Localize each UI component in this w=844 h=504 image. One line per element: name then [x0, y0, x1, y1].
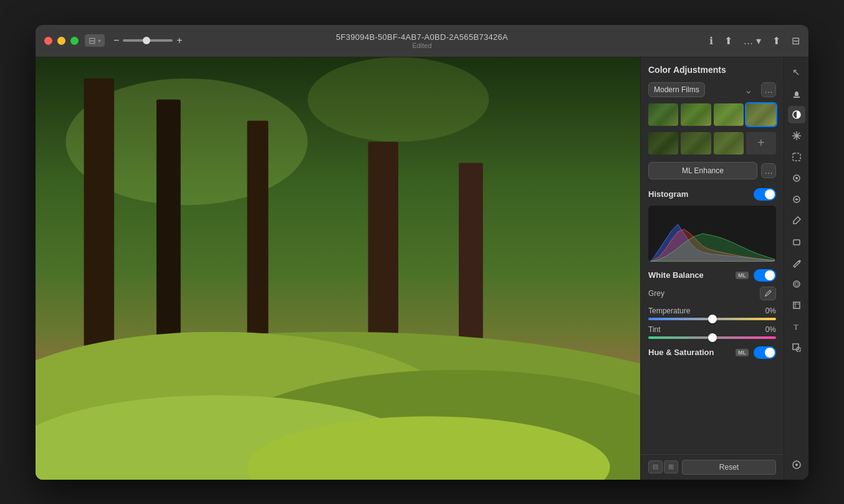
stamp-tool[interactable] [788, 85, 805, 102]
tint-slider-row: Tint 0% [648, 325, 776, 339]
fullscreen-button[interactable] [70, 37, 79, 45]
fill-tool[interactable] [788, 275, 805, 293]
zoom-slider[interactable] [123, 39, 173, 42]
ml-enhance-more-button[interactable]: … [761, 163, 776, 178]
thumbnail-4[interactable] [746, 103, 776, 126]
view-split-button[interactable]: ⊞ [664, 460, 678, 473]
magic-wand-tool[interactable] [788, 127, 805, 145]
add-thumbnail-button[interactable]: + [746, 132, 776, 155]
white-balance-ml-area: ML [736, 269, 776, 282]
thumbnails-row2: + [648, 132, 776, 155]
svg-rect-20 [793, 153, 800, 161]
zoom-plus-button[interactable]: + [176, 35, 182, 46]
title-bar: ⊟ ▾ − + 5F39094B-50BF-4AB7-A0BD-2A565B73… [36, 25, 808, 57]
brush-tool[interactable] [788, 212, 805, 229]
sidebar-toggle[interactable]: ⊟ ▾ [85, 34, 105, 47]
window-subtitle: Edited [336, 42, 508, 49]
thumbnails-row1 [648, 103, 776, 126]
thumbnail-7[interactable] [714, 132, 744, 155]
far-right-tools: ↖ [784, 57, 808, 480]
info-button[interactable]: ℹ [709, 35, 713, 47]
rotate-button[interactable]: ⬆ [724, 35, 732, 47]
thumbnail-1[interactable] [648, 103, 678, 126]
temperature-slider[interactable] [648, 318, 776, 320]
tint-value: 0% [765, 325, 776, 334]
title-center: 5F39094B-50BF-4AB7-A0BD-2A565B73426A Edi… [336, 32, 508, 49]
svg-rect-14 [795, 93, 798, 96]
more-button[interactable]: … ▾ [744, 35, 761, 47]
svg-rect-24 [794, 240, 800, 245]
tint-slider[interactable] [648, 336, 776, 339]
color-adjustments-panel: Color Adjustments Modern Films Classic F… [641, 57, 784, 454]
hue-saturation-ml-badge: ML [736, 349, 749, 356]
svg-rect-27 [794, 302, 800, 308]
ml-enhance-row: ML Enhance … [648, 162, 776, 179]
eraser-tool[interactable] [788, 233, 805, 250]
window-title: 5F39094B-50BF-4AB7-A0BD-2A565B73426A [336, 32, 508, 42]
white-balance-toggle[interactable] [754, 269, 776, 282]
text-tool[interactable]: T [788, 318, 805, 335]
svg-point-2 [308, 57, 489, 142]
view-toggle: ⊟ ⊞ [648, 460, 678, 473]
hue-saturation-toggle[interactable] [754, 346, 776, 359]
pencil-tool[interactable] [788, 254, 805, 272]
right-panel: Color Adjustments Modern Films Classic F… [640, 57, 784, 480]
thumbnail-3[interactable] [714, 103, 744, 126]
histogram-display [648, 206, 776, 262]
eyedropper-button[interactable] [760, 287, 776, 300]
zoom-minus-button[interactable]: − [113, 35, 119, 46]
tint-label-row: Tint 0% [648, 325, 776, 334]
minimize-button[interactable] [57, 37, 65, 45]
white-balance-section: White Balance ML Grey [648, 269, 776, 339]
lasso-tool[interactable] [788, 148, 805, 166]
white-balance-label: White Balance [648, 270, 704, 280]
thumbnail-2[interactable] [681, 103, 711, 126]
svg-point-13 [765, 295, 766, 297]
color-adjust-tool[interactable] [788, 106, 805, 123]
bottom-action-tool[interactable] [788, 456, 805, 473]
temperature-label: Temperature [648, 307, 690, 315]
temperature-label-row: Temperature 0% [648, 307, 776, 315]
thumbnail-6[interactable] [681, 132, 711, 155]
svg-rect-29 [793, 344, 798, 349]
photo-display [36, 57, 640, 480]
traffic-lights [44, 37, 79, 45]
histogram-toggle[interactable] [754, 188, 776, 201]
zoom-controls: − + [113, 35, 183, 46]
magic-select-tool[interactable] [788, 169, 805, 187]
grey-row: Grey [648, 287, 776, 300]
layout-button[interactable]: ⊟ [792, 35, 800, 47]
close-button[interactable] [44, 37, 52, 45]
ml-enhance-button[interactable]: ML Enhance [648, 162, 757, 179]
zoom-slider-thumb [143, 37, 150, 44]
export-button[interactable]: ⬆ [772, 35, 780, 47]
svg-point-31 [795, 464, 798, 466]
svg-point-25 [794, 281, 800, 287]
preset-select[interactable]: Modern Films Classic Films Fade None [648, 82, 705, 97]
white-balance-ml-badge: ML [736, 272, 749, 279]
tint-label: Tint [648, 325, 661, 334]
cursor-tool[interactable]: ↖ [788, 64, 805, 81]
title-bar-actions: ℹ ⬆ … ▾ ⬆ ⊟ [709, 35, 800, 47]
tint-slider-thumb [708, 333, 717, 342]
hue-saturation-controls: ML [736, 346, 776, 359]
reset-button[interactable]: Reset [682, 460, 776, 475]
temperature-value: 0% [765, 307, 776, 315]
svg-point-22 [795, 177, 798, 179]
chevron-down-icon: ▾ [98, 37, 101, 44]
crop-tool[interactable] [788, 297, 805, 314]
white-balance-header: White Balance ML [648, 269, 776, 282]
preset-more-button[interactable]: … [761, 82, 776, 97]
hue-saturation-header: Hue & Saturation ML [648, 346, 776, 359]
svg-text:T: T [794, 322, 798, 331]
histogram-toggle-knob [765, 189, 775, 199]
hue-saturation-section: Hue & Saturation ML [648, 346, 776, 359]
thumbnail-5[interactable] [648, 132, 678, 155]
photo-area [36, 57, 640, 480]
hue-saturation-label: Hue & Saturation [648, 348, 714, 357]
transform-tool[interactable] [788, 339, 805, 356]
paint-tool[interactable] [788, 191, 805, 208]
white-balance-toggle-knob [765, 270, 775, 280]
view-single-button[interactable]: ⊟ [648, 460, 663, 473]
preset-dropdown-row: Modern Films Classic Films Fade None … [648, 82, 776, 97]
